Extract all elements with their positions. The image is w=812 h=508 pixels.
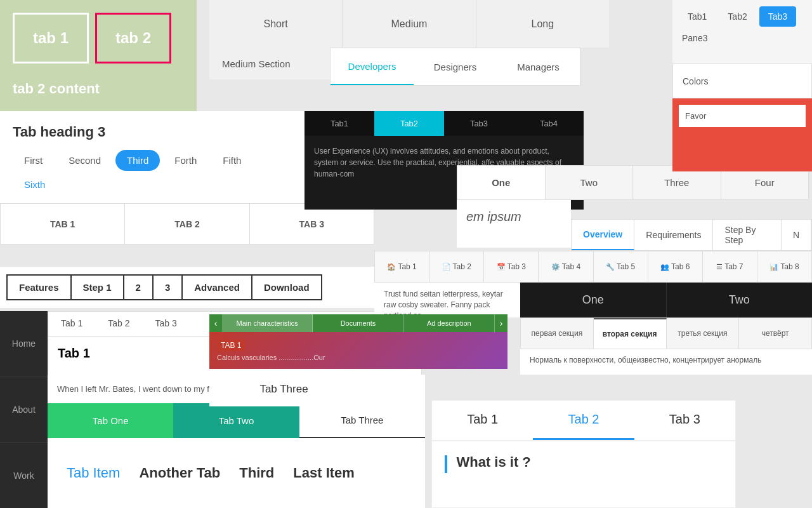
tab-third[interactable]: Third bbox=[115, 150, 160, 171]
tab-sixth[interactable]: Sixth bbox=[13, 174, 56, 195]
russian-content-panel: Нормаль к поверхности, общеизвестно, кон… bbox=[520, 349, 812, 375]
next-arrow[interactable]: › bbox=[495, 314, 508, 332]
dark-tab3[interactable]: Tab3 bbox=[444, 111, 514, 136]
tab-advanced[interactable]: Advanced bbox=[181, 274, 251, 300]
main-char-tab[interactable]: Main characteristics bbox=[222, 314, 313, 332]
sidebar-item-home[interactable]: Home bbox=[0, 311, 48, 377]
tab-three-panel: Tab Three bbox=[209, 371, 358, 406]
tab-requirements[interactable]: Requirements bbox=[634, 220, 713, 250]
title-bar-decoration bbox=[445, 455, 447, 473]
dark-tab4[interactable]: Tab4 bbox=[514, 111, 584, 136]
tab-heading-title: Tab heading 3 bbox=[13, 124, 292, 140]
icon-tab-7[interactable]: ☰ Tab 7 bbox=[703, 251, 757, 282]
menu-icon: ☰ bbox=[716, 263, 723, 271]
p7-tab3[interactable]: Tab 3 bbox=[143, 312, 190, 336]
short-medium-long-panel: Short Medium Long bbox=[209, 0, 609, 48]
tab-3-plain[interactable]: TAB 3 bbox=[250, 204, 374, 244]
cal-icon: 📅 bbox=[497, 263, 506, 271]
tab-two-teal[interactable]: Tab Two bbox=[173, 403, 299, 438]
tab-one-green[interactable]: Tab One bbox=[48, 403, 173, 438]
tr-tab3[interactable]: Tab3 bbox=[759, 6, 796, 27]
tab-1-plain[interactable]: TAB 1 bbox=[1, 204, 125, 244]
tab-developers[interactable]: Developers bbox=[331, 48, 414, 85]
large-bottom-tab-panel: Tab 1 Tab 2 Tab 3 What is it ? bbox=[431, 400, 736, 508]
tab-three-white[interactable]: Tab Three bbox=[299, 403, 425, 438]
sidebar-item-about[interactable]: About bbox=[0, 377, 48, 443]
dark-tab1[interactable]: Tab1 bbox=[304, 111, 374, 136]
large-tab-1[interactable]: Tab 1 bbox=[432, 401, 533, 440]
tab-download[interactable]: Download bbox=[251, 274, 322, 300]
sidebar-item-work[interactable]: Work bbox=[0, 443, 48, 508]
tab-2-plain[interactable]: TAB 2 bbox=[125, 204, 249, 244]
tab-n[interactable]: N bbox=[782, 220, 811, 250]
icon-tab-6[interactable]: 👥 Tab 6 bbox=[648, 251, 703, 282]
icon-tab-4[interactable]: ⚙️ Tab 4 bbox=[539, 251, 593, 282]
tab-three-label: Tab Three bbox=[259, 383, 308, 396]
tr-pane-label: Pane3 bbox=[672, 27, 812, 50]
icon-tab-5[interactable]: 🔧 Tab 5 bbox=[594, 251, 648, 282]
tab-designers[interactable]: Designers bbox=[414, 48, 497, 85]
chart-icon: 📊 bbox=[769, 263, 778, 271]
red-panel: Favor bbox=[672, 98, 812, 171]
p7-tab1[interactable]: Tab 1 bbox=[48, 312, 95, 336]
russian-tab-4[interactable]: четвёрт bbox=[739, 318, 811, 349]
tab2-content-text: tab 2 content bbox=[13, 81, 100, 97]
tab-1-bordered[interactable]: tab 1 bbox=[13, 13, 89, 64]
tab-short[interactable]: Short bbox=[209, 0, 343, 48]
large-tab-3[interactable]: Tab 3 bbox=[634, 401, 735, 440]
icon-tab-3[interactable]: 📅 Tab 3 bbox=[484, 251, 539, 282]
main-char-panel: ‹ Main characteristics Documents Ad desc… bbox=[209, 314, 508, 365]
tab1-subtitle: Calcuis vascularies ..................Ou… bbox=[217, 354, 500, 361]
prev-arrow[interactable]: ‹ bbox=[209, 314, 222, 332]
tab-step1[interactable]: Step 1 bbox=[70, 274, 123, 300]
russian-tab-3[interactable]: третья секция bbox=[667, 318, 740, 349]
colors-panel: Colors bbox=[672, 64, 812, 98]
icon-tab-2[interactable]: 📄 Tab 2 bbox=[429, 251, 484, 282]
p7-tab2[interactable]: Tab 2 bbox=[95, 312, 142, 336]
tab-step3[interactable]: 3 bbox=[152, 274, 181, 300]
dark-two[interactable]: Two bbox=[667, 283, 813, 318]
tab-features[interactable]: Features bbox=[6, 274, 70, 300]
features-steps-panel: Features Step 1 2 3 Advanced Download bbox=[0, 267, 374, 308]
tr-tab1[interactable]: Tab1 bbox=[679, 6, 716, 27]
tab-two[interactable]: Two bbox=[546, 166, 634, 199]
dark-one[interactable]: One bbox=[520, 283, 667, 318]
tab-managers[interactable]: Managers bbox=[497, 48, 580, 85]
icon-tab-8[interactable]: 📊 Tab 8 bbox=[757, 251, 811, 282]
tab-last-item[interactable]: Last Item bbox=[293, 465, 355, 481]
one-two-dark-panel: One Two bbox=[520, 283, 812, 318]
russian-tabs-panel: первая секция вторая секция третья секци… bbox=[520, 318, 812, 349]
ipsum-text-panel: em ipsum bbox=[457, 200, 571, 248]
tab1-label: TAB 1 bbox=[217, 340, 245, 351]
tab-2-bordered[interactable]: tab 2 bbox=[95, 13, 171, 64]
tab-step2[interactable]: 2 bbox=[123, 274, 152, 300]
doc-icon: 📄 bbox=[442, 263, 451, 271]
tab-medium[interactable]: Medium bbox=[343, 0, 476, 48]
russian-tab-1[interactable]: первая секция bbox=[521, 318, 594, 349]
tab-another[interactable]: Another Tab bbox=[139, 465, 220, 481]
tab-fifth[interactable]: Fifth bbox=[211, 150, 252, 171]
tab-second[interactable]: Second bbox=[57, 150, 112, 171]
tab2-content-panel: tab 2 content bbox=[0, 73, 197, 105]
ad-desc-tab[interactable]: Ad description bbox=[404, 314, 495, 332]
medium-section-panel: Medium Section bbox=[209, 48, 336, 79]
tab-forth[interactable]: Forth bbox=[163, 150, 208, 171]
tab-third-large[interactable]: Third bbox=[239, 465, 274, 481]
tab-one[interactable]: One bbox=[457, 166, 546, 199]
tab-first[interactable]: First bbox=[13, 150, 54, 171]
dark-tab2[interactable]: Tab2 bbox=[374, 111, 444, 136]
tab-overview[interactable]: Overview bbox=[572, 220, 634, 250]
sidebar-panel: Home About Work bbox=[0, 311, 48, 508]
favorites-label: Favor bbox=[679, 105, 806, 127]
large-tab-2[interactable]: Tab 2 bbox=[533, 401, 634, 440]
dev-design-mgr-panel: Developers Designers Managers bbox=[330, 48, 580, 86]
tab-item[interactable]: Tab Item bbox=[67, 465, 120, 481]
icon-tabs-panel: 🏠 Tab 1 📄 Tab 2 📅 Tab 3 ⚙️ Tab 4 🔧 Tab 5… bbox=[374, 251, 812, 283]
russian-tab-2[interactable]: вторая секция bbox=[594, 318, 667, 349]
icon-tab-1[interactable]: 🏠 Tab 1 bbox=[375, 251, 429, 282]
large-tab-items-panel: Tab Item Another Tab Third Last Item bbox=[48, 438, 425, 508]
documents-tab[interactable]: Documents bbox=[313, 314, 403, 332]
tab-long[interactable]: Long bbox=[476, 0, 609, 48]
tab-stepbystep[interactable]: Step By Step bbox=[713, 220, 781, 250]
tr-tab2[interactable]: Tab2 bbox=[719, 6, 756, 27]
